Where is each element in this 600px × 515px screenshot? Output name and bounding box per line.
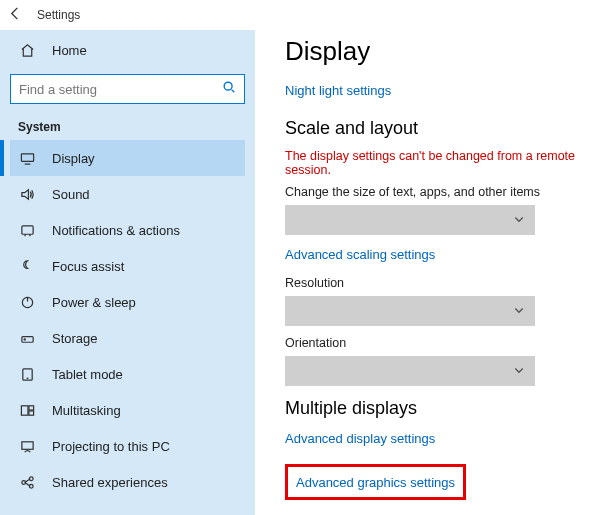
sidebar-item-label: Focus assist	[52, 259, 124, 274]
chevron-down-icon	[513, 211, 525, 229]
main-layout: Home System Display Sound Notifica	[0, 30, 600, 515]
sidebar-item-label: Notifications & actions	[52, 223, 180, 238]
svg-rect-2	[21, 153, 33, 161]
storage-icon	[18, 331, 36, 346]
remote-session-warning: The display settings can't be changed fr…	[285, 149, 600, 177]
sidebar-item-label: Tablet mode	[52, 367, 123, 382]
svg-line-1	[232, 90, 235, 93]
sidebar-item-display[interactable]: Display	[10, 140, 245, 176]
resolution-dropdown[interactable]	[285, 296, 535, 326]
chevron-down-icon	[513, 302, 525, 320]
svg-point-16	[29, 476, 33, 480]
scale-description: Change the size of text, apps, and other…	[285, 185, 600, 199]
titlebar: Settings	[0, 0, 600, 30]
svg-point-0	[224, 82, 232, 90]
svg-rect-12	[28, 405, 33, 409]
sidebar-item-label: Display	[52, 151, 95, 166]
sidebar-item-label: Power & sleep	[52, 295, 136, 310]
advanced-scaling-link[interactable]: Advanced scaling settings	[285, 247, 435, 262]
svg-point-8	[24, 338, 25, 339]
sidebar-item-label: Projecting to this PC	[52, 439, 170, 454]
sidebar-item-projecting[interactable]: Projecting to this PC	[10, 428, 245, 464]
sidebar-item-label: Storage	[52, 331, 98, 346]
search-input[interactable]	[19, 82, 222, 97]
orientation-label: Orientation	[285, 336, 600, 350]
sidebar-item-tablet-mode[interactable]: Tablet mode	[10, 356, 245, 392]
scale-heading: Scale and layout	[285, 118, 600, 139]
sidebar-item-focus-assist[interactable]: Focus assist	[10, 248, 245, 284]
notifications-icon	[18, 223, 36, 238]
multitasking-icon	[18, 403, 36, 418]
highlight-box: Advanced graphics settings	[285, 464, 466, 500]
sidebar-section-label: System	[10, 114, 245, 140]
search-input-container[interactable]	[10, 74, 245, 104]
sidebar-item-notifications[interactable]: Notifications & actions	[10, 212, 245, 248]
svg-rect-4	[21, 225, 32, 233]
power-icon	[18, 295, 36, 310]
search-icon	[222, 80, 236, 98]
back-button[interactable]	[8, 6, 23, 24]
scale-dropdown[interactable]	[285, 205, 535, 235]
projecting-icon	[18, 439, 36, 454]
sidebar-home[interactable]: Home	[10, 34, 245, 66]
sidebar-item-sound[interactable]: Sound	[10, 176, 245, 212]
svg-rect-13	[28, 410, 33, 414]
advanced-graphics-link[interactable]: Advanced graphics settings	[296, 475, 455, 490]
night-light-link[interactable]: Night light settings	[285, 83, 391, 98]
orientation-dropdown[interactable]	[285, 356, 535, 386]
sidebar-item-storage[interactable]: Storage	[10, 320, 245, 356]
sidebar-item-multitasking[interactable]: Multitasking	[10, 392, 245, 428]
home-icon	[18, 43, 36, 58]
advanced-display-link[interactable]: Advanced display settings	[285, 431, 435, 446]
chevron-down-icon	[513, 362, 525, 380]
page-title: Display	[285, 36, 600, 67]
sidebar-item-label: Multitasking	[52, 403, 121, 418]
sound-icon	[18, 187, 36, 202]
resolution-label: Resolution	[285, 276, 600, 290]
multiple-displays-heading: Multiple displays	[285, 398, 600, 419]
shared-icon	[18, 475, 36, 490]
content: Display Night light settings Scale and l…	[255, 30, 600, 515]
sidebar-item-power-sleep[interactable]: Power & sleep	[10, 284, 245, 320]
sidebar-item-shared-experiences[interactable]: Shared experiences	[10, 464, 245, 500]
display-icon	[18, 151, 36, 166]
tablet-icon	[18, 367, 36, 382]
app-title: Settings	[37, 8, 80, 22]
svg-point-15	[21, 480, 25, 484]
svg-rect-11	[21, 405, 28, 414]
sidebar: Home System Display Sound Notifica	[0, 30, 255, 515]
focus-assist-icon	[18, 259, 36, 274]
sidebar-home-label: Home	[52, 43, 87, 58]
svg-point-17	[29, 484, 33, 488]
svg-rect-14	[21, 441, 32, 449]
sidebar-item-label: Shared experiences	[52, 475, 168, 490]
sidebar-item-label: Sound	[52, 187, 90, 202]
